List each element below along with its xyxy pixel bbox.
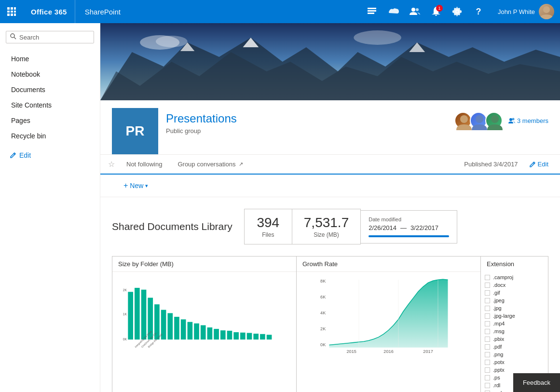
ext-check-png[interactable] [485, 352, 490, 357]
onedrive-icon-btn[interactable] [384, 2, 403, 21]
ext-label-ps: .ps [493, 375, 500, 380]
ext-label-docx: .docx [493, 282, 505, 288]
new-label: New [130, 182, 143, 189]
sidebar-item-pages[interactable]: Pages [0, 113, 100, 128]
edit-page-button[interactable]: Edit [526, 159, 552, 170]
ext-item-png[interactable]: .png [485, 351, 544, 358]
follow-button[interactable]: Not following [123, 159, 166, 170]
files-count: 394 [256, 215, 280, 230]
sidebar: Search Home Notebook Documents Site Cont… [0, 23, 100, 392]
ext-check-jpg[interactable] [485, 306, 490, 311]
sidebar-item-home[interactable]: Home [0, 51, 100, 67]
growth-rate-area: 8K 6K 4K 2K 0K [297, 272, 480, 359]
size-value: 7,531.7 [304, 215, 349, 230]
search-box[interactable]: Search [6, 31, 94, 43]
svg-rect-8 [14, 14, 16, 16]
svg-point-29 [476, 115, 483, 123]
ext-item-pdf[interactable]: .pdf [485, 343, 544, 351]
site-header-image [100, 23, 560, 100]
sidebar-edit-button[interactable]: Edit [10, 151, 90, 159]
member-avatar-3[interactable] [485, 112, 503, 129]
ext-item-jpg-large[interactable]: .jpg-large [485, 312, 544, 320]
ext-check-pdf[interactable] [485, 344, 490, 350]
ext-check-ps[interactable] [485, 375, 490, 380]
ext-check-msg[interactable] [485, 329, 490, 334]
ext-label-msg: .msg [493, 328, 505, 334]
svg-rect-9 [368, 8, 376, 9]
sidebar-item-notebook[interactable]: Notebook [0, 67, 100, 82]
svg-text:2015: 2015 [346, 349, 356, 354]
svg-text:1K: 1K [123, 312, 127, 316]
office365-link[interactable]: Office 365 [23, 0, 75, 23]
published-date: Published 3/4/2017 [464, 161, 518, 168]
sidebar-item-recycle-bin[interactable]: Recycle bin [0, 128, 100, 144]
ext-item-gif[interactable]: .gif [485, 289, 544, 297]
svg-text:2016: 2016 [383, 349, 394, 354]
ext-check-pbix[interactable] [485, 337, 490, 342]
help-icon-btn[interactable]: ? [469, 2, 488, 21]
group-header: PR Presentations Public group [100, 100, 560, 155]
user-profile-button[interactable]: John P White [492, 0, 560, 23]
svg-rect-49 [207, 327, 213, 339]
ext-check-jpeg[interactable] [485, 298, 490, 303]
size-stat-card: 7,531.7 Size (MB) [292, 209, 361, 244]
ext-check-jpg-large[interactable] [485, 313, 490, 319]
svg-rect-10 [368, 10, 376, 12]
apps-icon-btn[interactable] [363, 2, 382, 21]
svg-text:0K: 0K [320, 342, 326, 347]
waffle-menu-button[interactable] [0, 0, 23, 23]
ext-label-potx: .potx [493, 359, 505, 365]
ext-check-gif[interactable] [485, 290, 490, 296]
ext-item-docx[interactable]: .docx [485, 281, 544, 289]
feedback-button[interactable]: Feedback [513, 373, 560, 392]
ext-check-rsd[interactable] [485, 391, 490, 392]
sidebar-item-documents[interactable]: Documents [0, 82, 100, 97]
extension-title: Extension [481, 257, 548, 271]
ext-label-jpeg: .jpeg [493, 297, 505, 303]
svg-text:4K: 4K [320, 311, 326, 315]
ext-check-pptx[interactable] [485, 367, 490, 373]
ext-item-camproj[interactable]: .camproj [485, 273, 544, 281]
page-content: Shared Documents Library 394 Files 7,531… [100, 197, 560, 392]
files-stat-card: 394 Files [244, 209, 292, 244]
settings-icon-btn[interactable] [448, 2, 467, 21]
member-avatar-1[interactable] [454, 112, 472, 129]
ext-check-potx[interactable] [485, 360, 490, 365]
svg-rect-6 [7, 14, 10, 16]
people-icon-btn[interactable] [405, 2, 424, 21]
ext-check-rdl[interactable] [485, 383, 490, 388]
ext-item-pptx[interactable]: .pptx [485, 366, 544, 374]
svg-text:2K: 2K [123, 288, 127, 292]
size-by-folder-area: 2K 1K 0K [112, 272, 296, 359]
group-subtitle: Public group [166, 127, 447, 135]
date-range: 2/26/2014 — 3/22/2017 [369, 224, 449, 231]
ext-check-camproj[interactable] [485, 275, 490, 280]
external-link-icon: ↗ [239, 161, 243, 167]
svg-point-26 [156, 36, 188, 47]
ext-check-docx[interactable] [485, 283, 490, 288]
sidebar-item-site-contents[interactable]: Site Contents [0, 97, 100, 113]
svg-rect-38 [135, 288, 140, 339]
date-card[interactable]: Date modified 2/26/2014 — 3/22/2017 [361, 210, 457, 243]
svg-point-32 [512, 118, 514, 121]
sharepoint-link[interactable]: SharePoint [75, 0, 130, 23]
avatar-image [539, 4, 554, 19]
user-name: John P White [498, 8, 535, 15]
new-button[interactable]: + + New New ▾ [112, 177, 160, 194]
group-conversations-button[interactable]: Group conversations ↗ [174, 159, 247, 170]
ext-item-jpg[interactable]: .jpg [485, 304, 544, 312]
ext-item-msg[interactable]: .msg [485, 327, 544, 335]
ext-item-pbix[interactable]: .pbix [485, 335, 544, 343]
ext-item-potx[interactable]: .potx [485, 358, 544, 366]
notifications-icon-btn[interactable]: 1 [426, 2, 446, 21]
member-avatar-2[interactable] [470, 112, 487, 129]
ext-check-mp4[interactable] [485, 321, 490, 326]
svg-line-17 [14, 37, 16, 39]
ext-item-mp4[interactable]: .mp4 [485, 320, 544, 327]
star-icon: ☆ [108, 160, 115, 169]
svg-point-12 [411, 8, 415, 12]
group-meta: 3 members [454, 108, 548, 129]
date-slider[interactable] [369, 235, 449, 237]
svg-text:2017: 2017 [423, 349, 433, 354]
ext-item-jpeg[interactable]: .jpeg [485, 297, 544, 304]
